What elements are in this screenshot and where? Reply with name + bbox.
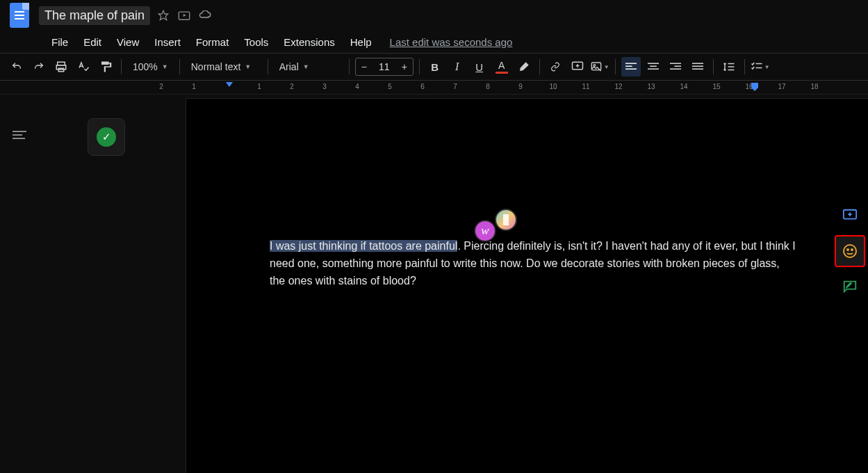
menu-help[interactable]: Help [343,33,379,51]
align-center-button[interactable] [644,57,663,77]
bold-button[interactable]: B [425,57,445,77]
svg-marker-27 [751,83,758,91]
font-size-control: − 11 + [355,58,413,76]
ruler-tick: 1 [257,83,261,90]
checklist-button[interactable]: ▼ [751,57,770,77]
menu-file[interactable]: File [44,33,75,51]
align-right-button[interactable] [666,57,685,77]
collaborator-cursor-icon [495,209,517,231]
ruler-tick: 2 [159,83,163,90]
ruler-tick: 7 [453,83,457,90]
undo-button[interactable] [7,57,26,77]
ruler-tick: 1 [192,83,196,90]
svg-marker-0 [158,10,167,19]
ruler-tick: 18 [810,83,818,90]
menu-extensions[interactable]: Extensions [277,33,341,51]
document-page[interactable]: w I was just thinking if tattoos are pai… [186,98,868,473]
toolbar: 100% ▼ Normal text ▼ Arial ▼ − 11 + B I … [0,53,868,81]
ruler-tick: 6 [420,83,425,90]
italic-button[interactable]: I [448,57,467,77]
menu-bar: File Edit View Insert Format Tools Exten… [0,31,868,53]
ruler-tick: 11 [582,83,589,90]
increase-font-button[interactable]: + [396,61,413,72]
align-left-button[interactable] [621,57,641,77]
ruler-tick: 4 [355,83,359,90]
font-value: Arial [279,61,299,72]
paragraph-style-dropdown[interactable]: Normal text ▼ [186,57,262,77]
suggest-edits-button[interactable] [835,273,865,300]
ruler-tick: 13 [647,83,655,90]
menu-format[interactable]: Format [189,33,236,51]
document-body[interactable]: I was just thinking if tattoos are painf… [270,238,798,289]
document-title[interactable]: The maple of pain [39,6,150,25]
line-spacing-button[interactable] [719,57,739,77]
side-action-buttons [835,202,865,300]
redo-button[interactable] [29,57,49,77]
print-button[interactable] [51,57,71,77]
font-dropdown[interactable]: Arial ▼ [274,57,343,77]
chevron-down-icon: ▼ [245,63,251,70]
menu-edit[interactable]: Edit [76,33,108,51]
ruler-tick: 14 [680,83,687,90]
paint-format-button[interactable] [96,57,115,77]
docs-logo[interactable] [7,0,32,31]
title-bar: The maple of pain [0,0,868,31]
paragraph-style-value: Normal text [191,61,241,72]
svg-point-33 [847,249,849,250]
insert-link-button[interactable] [546,57,565,77]
ruler[interactable]: 21123456789101112131415161718 [0,81,868,95]
highlight-button[interactable] [514,57,534,77]
svg-point-32 [844,245,856,257]
spellcheck-button[interactable] [74,57,93,77]
menu-insert[interactable]: Insert [147,33,188,51]
align-justify-button[interactable] [688,57,707,77]
selected-text[interactable]: I was just thinking if tattoos are painf… [270,240,457,252]
last-edit-link[interactable]: Last edit was seconds ago [390,36,513,48]
move-icon[interactable] [177,8,192,23]
ruler-right-marker[interactable] [751,82,759,92]
text-color-button[interactable]: A [492,57,511,77]
left-rail [0,95,42,473]
zoom-value: 100% [133,61,158,72]
add-comment-side-button[interactable] [835,202,865,230]
menu-tools[interactable]: Tools [237,33,275,51]
menu-view[interactable]: View [110,33,146,51]
ruler-tick: 5 [388,83,392,90]
chevron-down-icon: ▼ [162,63,168,70]
chevron-down-icon: ▼ [303,63,309,70]
emoji-reaction-button[interactable] [835,235,865,267]
ruler-tick: 17 [778,83,785,90]
ruler-tick: 3 [322,83,327,90]
ruler-tick: 2 [290,83,294,90]
zoom-dropdown[interactable]: 100% ▼ [127,57,174,77]
ruler-tick: 12 [614,83,622,90]
svg-point-34 [851,249,853,250]
ruler-tick: 9 [518,83,523,90]
ruler-tick: 8 [486,83,490,90]
svg-point-9 [593,65,596,67]
ruler-indent-marker[interactable] [226,82,233,87]
cloud-saved-icon[interactable] [197,8,213,23]
outline-icon[interactable] [13,127,29,143]
ruler-tick: 10 [549,83,557,90]
add-comment-button[interactable] [568,57,587,77]
svg-rect-28 [503,214,509,225]
font-size-value[interactable]: 11 [372,61,396,72]
underline-button[interactable]: U [470,57,489,77]
insert-image-button[interactable]: ▼ [590,57,609,77]
ruler-tick: 15 [712,83,720,90]
star-icon[interactable] [156,8,171,23]
main-area: ✓ w I was just thinking if tattoos are p… [0,95,868,473]
decrease-font-button[interactable]: − [356,61,372,72]
